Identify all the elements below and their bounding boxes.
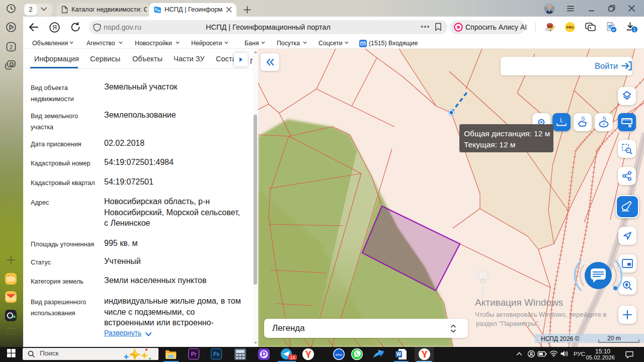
svg-text:2: 2 [10,44,13,50]
svg-text:S: S [581,116,585,122]
svg-text:W: W [396,351,401,357]
svg-text:Я: Я [52,24,57,31]
svg-text:L: L [560,117,563,123]
svg-text:14: 14 [290,355,295,360]
svg-text:imo: imo [336,352,342,357]
svg-text:PRO: PRO [567,26,574,29]
svg-text:S: S [602,116,606,122]
svg-text:1: 1 [633,27,635,32]
